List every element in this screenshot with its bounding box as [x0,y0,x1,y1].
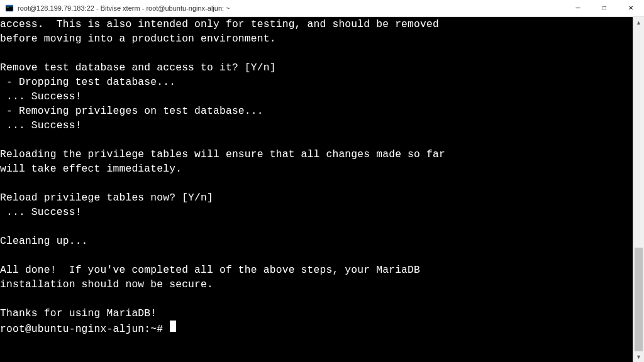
terminal-line [0,248,633,263]
window-title: root@128.199.79.183:22 - Bitvise xterm -… [18,4,230,12]
titlebar-left-group: root@128.199.79.183:22 - Bitvise xterm -… [5,4,230,13]
terminal-line [0,176,633,190]
terminal-body: access. This is also intended only for t… [0,17,644,362]
terminal-line: - Dropping test database... [0,75,633,89]
scroll-thumb[interactable] [635,248,643,351]
svg-rect-2 [7,8,9,8]
app-icon [5,4,14,13]
minimize-icon: ─ [575,5,580,11]
terminal-line: will take effect immediately. [0,162,633,176]
cursor-icon [170,321,176,332]
terminal-prompt-line[interactable]: root@ubuntu-nginx-aljun:~# [0,321,633,336]
terminal-line: Cleaning up... [0,234,633,248]
terminal-line [0,292,633,306]
terminal-line: before moving into a production environm… [0,31,633,46]
terminal-line: Thanks for using MariaDB! [0,306,633,321]
window-controls: ─ □ ✕ [565,0,644,16]
terminal-line: Reloading the privilege tables will ensu… [0,147,633,162]
terminal-line [0,46,633,60]
minimize-button[interactable]: ─ [565,0,591,16]
terminal-line: - Removing privileges on test database..… [0,104,633,118]
scroll-up-arrow-icon[interactable]: ▲ [633,17,644,28]
terminal-line [0,133,633,147]
close-button[interactable]: ✕ [618,0,644,16]
terminal-line: installation should now be secure. [0,277,633,292]
svg-rect-1 [6,6,13,11]
terminal-window: root@128.199.79.183:22 - Bitvise xterm -… [0,0,644,362]
shell-prompt: root@ubuntu-nginx-aljun:~# [0,322,169,336]
terminal-line [0,219,633,234]
terminal-line: Reload privilege tables now? [Y/n] [0,190,633,205]
vertical-scrollbar[interactable]: ▲ ▼ [633,17,644,362]
maximize-icon: □ [602,5,606,11]
terminal-line: ... Success! [0,205,633,219]
scroll-down-arrow-icon[interactable]: ▼ [633,351,644,362]
close-icon: ✕ [628,5,633,11]
terminal-output[interactable]: access. This is also intended only for t… [0,17,633,362]
terminal-line: Remove test database and access to it? [… [0,60,633,75]
terminal-line: ... Success! [0,89,633,104]
scroll-track[interactable] [633,28,644,351]
titlebar: root@128.199.79.183:22 - Bitvise xterm -… [0,0,644,17]
terminal-line: All done! If you've completed all of the… [0,263,633,277]
maximize-button[interactable]: □ [591,0,618,16]
terminal-line: access. This is also intended only for t… [0,17,633,31]
terminal-line: ... Success! [0,118,633,133]
